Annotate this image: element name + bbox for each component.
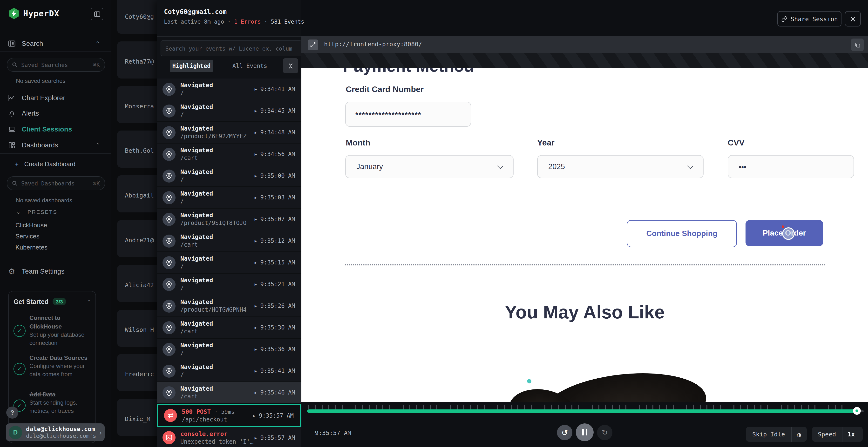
session-user-email: Wilson_H	[125, 326, 157, 333]
help-button[interactable]: ?	[6, 407, 18, 419]
sidebar-item-label: Team Settings	[22, 267, 64, 275]
event-row[interactable]: Navigated / 9:35:36 AM	[157, 339, 301, 360]
card-number-input[interactable]: ********************	[345, 102, 471, 127]
event-row[interactable]: Navigated /product/HQTGWGPNH4 9:35:26 AM	[157, 295, 301, 317]
event-time: 9:35:57 AM	[260, 435, 296, 441]
event-row[interactable]: Navigated /cart 9:34:56 AM	[157, 143, 301, 165]
session-card[interactable]: Coty60@g	[117, 0, 157, 34]
session-card[interactable]: Alicia42	[117, 265, 157, 302]
preset-dashboard-link[interactable]: ClickHouse	[16, 220, 48, 231]
year-select[interactable]: 2025	[537, 155, 704, 178]
event-subtitle: /	[180, 198, 184, 205]
session-card[interactable]: Wilson_H	[117, 309, 157, 347]
event-row[interactable]: console.error Unexpected token 'I'… 9:35…	[157, 427, 301, 447]
timeline[interactable]	[301, 402, 868, 417]
session-user-email: Monserra	[125, 102, 157, 110]
event-time: 9:35:07 AM	[260, 216, 296, 222]
session-card[interactable]: Beth.Gol	[117, 131, 157, 168]
hyperdx-app: Coty60@g Retha77@ Monserra Beth.Gol Abbi…	[0, 0, 868, 447]
event-title: Navigated	[180, 125, 213, 132]
copy-url-button[interactable]	[851, 38, 864, 51]
saved-searches-input[interactable]: Saved Searches ⌘K	[7, 58, 105, 72]
search-icon	[12, 181, 18, 186]
event-time: 9:35:03 AM	[260, 194, 296, 201]
get-started-item[interactable]: Add Data Start sending logs, metrics, or…	[9, 387, 95, 424]
event-row[interactable]: Navigated /product/6E92ZMYYFZ 9:34:48 AM	[157, 122, 301, 143]
card-number-value: ********************	[355, 110, 422, 118]
continue-shopping-button[interactable]: Continue Shopping	[627, 220, 737, 247]
year-value: 2025	[548, 162, 565, 171]
presets-section-toggle[interactable]: PRESETS	[16, 209, 57, 215]
sidebar-item-chart-explorer[interactable]: Chart Explorer	[0, 92, 111, 104]
sidebar-item-alerts[interactable]: Alerts	[0, 107, 111, 119]
event-row[interactable]: Navigated /cart 9:35:12 AM	[157, 230, 301, 252]
shortcut-hint: ⌘K	[93, 61, 100, 68]
session-card[interactable]: Abbigail	[117, 175, 157, 212]
restart-button[interactable]	[557, 425, 572, 440]
event-icon-badge	[162, 213, 176, 226]
event-row[interactable]: Navigated / 9:35:15 AM	[157, 252, 301, 274]
get-started-header[interactable]: Get Started 3/3	[13, 298, 66, 305]
location-pin-icon	[166, 368, 172, 375]
event-icon-badge	[162, 365, 176, 378]
app-title: HyperDX	[23, 9, 59, 18]
sidebar-item-team-settings[interactable]: Team Settings	[0, 265, 111, 277]
play-icon	[255, 238, 260, 244]
month-select[interactable]: January	[345, 155, 514, 178]
event-row[interactable]: Navigated / 9:34:41 AM	[157, 78, 301, 100]
event-row[interactable]: Navigated /product/9SIQT8TOJO 9:35:07 AM	[157, 209, 301, 230]
session-user-email: Andre21@	[125, 237, 157, 244]
year-label: Year	[537, 138, 555, 148]
event-row[interactable]: Navigated / 9:35:00 AM	[157, 165, 301, 187]
session-card[interactable]: Dixie_M	[117, 399, 157, 436]
event-row[interactable]: Navigated / 9:34:45 AM	[157, 100, 301, 122]
event-title: Navigated	[180, 211, 213, 219]
close-player-button[interactable]	[845, 11, 861, 27]
sidebar-item-dashboards[interactable]: Dashboards ⌃	[0, 139, 111, 151]
skip-idle-control[interactable]: Skip Idle	[746, 427, 807, 442]
panel-toggle-icon	[94, 11, 100, 17]
event-count: 581 Events	[271, 18, 304, 25]
tab-all-events[interactable]: All Events	[220, 60, 279, 72]
session-user-email: Coty60@g	[125, 13, 157, 20]
terminal-icon	[166, 435, 172, 441]
event-row[interactable]: Navigated / 9:35:03 AM	[157, 187, 301, 209]
speed-control[interactable]: Speed 1x	[812, 427, 863, 442]
event-row[interactable]: Navigated /cart 9:35:46 AM	[157, 382, 301, 404]
playhead[interactable]	[853, 407, 861, 415]
preset-dashboard-link[interactable]: Services	[16, 231, 48, 242]
session-card[interactable]: Retha77@	[117, 41, 157, 78]
get-started-item[interactable]: Connect to ClickHouse Set up your databa…	[9, 311, 95, 351]
check-circle-icon	[13, 363, 26, 375]
get-started-item[interactable]: Create Data Sources Configure where your…	[9, 351, 95, 387]
link-icon	[781, 16, 787, 22]
create-dashboard-button[interactable]: + Create Dashboard	[15, 161, 75, 168]
event-search-input[interactable]: Search your events w/ Lucene ex. colum	[161, 40, 302, 56]
saved-dashboards-input[interactable]: Saved Dashboards ⌘K	[7, 176, 105, 190]
event-row[interactable]: Navigated /cart 9:35:30 AM	[157, 317, 301, 339]
user-account-chip[interactable]: D dale@clickhouse.com dale@clickhouse.co…	[6, 423, 105, 441]
skip-idle-label: Skip Idle	[746, 431, 791, 438]
copy-icon	[854, 42, 861, 48]
preset-dashboard-link[interactable]: Kubernetes	[16, 242, 48, 253]
session-card[interactable]: Monserra	[117, 86, 157, 123]
share-session-button[interactable]: Share Session	[777, 11, 841, 27]
play-icon	[255, 172, 260, 179]
sidebar-item-client-sessions[interactable]: Client Sessions	[0, 123, 111, 135]
cvv-input[interactable]: •••	[728, 155, 854, 178]
expand-viewport-button[interactable]	[308, 39, 318, 50]
session-card[interactable]: Frederic	[117, 354, 157, 391]
tab-highlighted[interactable]: Highlighted	[170, 60, 213, 72]
location-pin-icon	[166, 303, 172, 309]
session-card[interactable]: Andre21@	[117, 220, 157, 257]
pause-button[interactable]	[576, 423, 594, 441]
event-subtitle: /product/9SIQT8TOJO	[180, 220, 247, 227]
event-row[interactable]: Navigated / 9:35:41 AM	[157, 360, 301, 382]
collapse-events-button[interactable]	[283, 58, 298, 73]
sidebar-item-search[interactable]: Search ⌃	[0, 37, 111, 49]
replay-cursor-click-dot	[782, 226, 784, 228]
collapse-sidebar-button[interactable]	[91, 8, 103, 20]
event-row[interactable]: 500 POST · 59ms /api/checkout 9:35:57 AM	[157, 404, 301, 427]
loop-button[interactable]	[597, 425, 613, 440]
event-row[interactable]: Navigated / 9:35:21 AM	[157, 274, 301, 295]
